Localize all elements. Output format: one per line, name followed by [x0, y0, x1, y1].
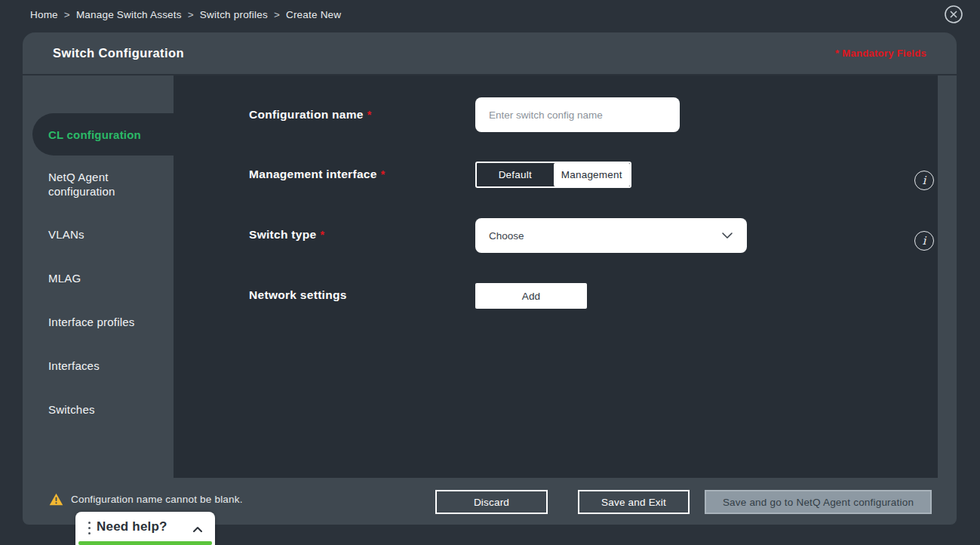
- sidebar-item-interface-profiles[interactable]: Interface profiles: [48, 315, 165, 329]
- sidebar-item-vlans[interactable]: VLANs: [48, 227, 165, 242]
- toggle-option-management[interactable]: Management: [554, 163, 631, 186]
- required-asterisk: *: [320, 229, 324, 241]
- info-icon[interactable]: i: [914, 231, 934, 251]
- save-and-exit-button[interactable]: Save and Exit: [578, 490, 690, 514]
- add-network-settings-button[interactable]: Add: [475, 283, 587, 309]
- breadcrumb-separator: >: [64, 9, 70, 20]
- required-asterisk: *: [367, 109, 372, 121]
- form-content-area: Configuration name* Management interface…: [174, 75, 938, 478]
- mandatory-fields-note: * Mandatory Fields: [835, 32, 926, 74]
- switch-type-label: Switch type*: [249, 227, 324, 242]
- breadcrumb-separator: >: [274, 9, 280, 20]
- switch-type-select[interactable]: Choose: [475, 218, 747, 253]
- close-icon[interactable]: [944, 5, 963, 24]
- network-settings-label: Network settings: [249, 288, 347, 303]
- breadcrumb-separator: >: [188, 9, 194, 20]
- switch-configuration-panel: Switch Configuration * Mandatory Fields …: [23, 32, 957, 525]
- dots-icon: [88, 522, 91, 534]
- need-help-widget[interactable]: Need help?: [75, 512, 215, 545]
- toggle-option-default[interactable]: Default: [477, 163, 554, 186]
- sidebar-item-label: CL configuration: [48, 128, 141, 141]
- management-interface-toggle: Default Management: [475, 162, 631, 188]
- breadcrumb-manage-switch-assets[interactable]: Manage Switch Assets: [76, 9, 182, 20]
- breadcrumb-switch-profiles[interactable]: Switch profiles: [200, 9, 268, 20]
- chevron-down-icon: [721, 230, 733, 242]
- discard-button[interactable]: Discard: [435, 490, 548, 514]
- info-icon[interactable]: i: [914, 171, 934, 190]
- sidebar-item-cl-configuration[interactable]: CL configuration: [32, 113, 174, 155]
- config-name-label: Configuration name*: [249, 107, 372, 122]
- switch-configuration-screen: Home > Manage Switch Assets > Switch pro…: [0, 0, 980, 545]
- sidebar-item-switches[interactable]: Switches: [48, 402, 165, 417]
- breadcrumb-home[interactable]: Home: [30, 9, 58, 20]
- warning-text: Configuration name cannot be blank.: [71, 494, 243, 505]
- warning-icon: [49, 493, 63, 506]
- page-title: Switch Configuration: [53, 32, 184, 74]
- sidebar-item-mlag[interactable]: MLAG: [48, 271, 165, 285]
- save-and-go-to-netq-button[interactable]: Save and go to NetQ Agent configuration: [705, 490, 932, 514]
- need-help-label: Need help?: [97, 519, 167, 534]
- sidebar-item-interfaces[interactable]: Interfaces: [48, 359, 165, 373]
- help-accent-bar: [78, 541, 212, 545]
- switch-type-selected-value: Choose: [489, 230, 524, 242]
- validation-warning: Configuration name cannot be blank.: [49, 493, 243, 506]
- sidebar-item-netq-agent-configuration[interactable]: NetQ Agent configuration: [48, 170, 165, 199]
- required-asterisk: *: [381, 168, 386, 180]
- info-glyph: i: [923, 175, 926, 186]
- breadcrumb: Home > Manage Switch Assets > Switch pro…: [30, 0, 341, 29]
- management-interface-label: Management interface*: [249, 167, 385, 182]
- config-name-input[interactable]: [475, 97, 680, 132]
- info-glyph: i: [923, 236, 926, 247]
- breadcrumb-create-new: Create New: [286, 9, 341, 20]
- chevron-up-icon[interactable]: [192, 522, 203, 536]
